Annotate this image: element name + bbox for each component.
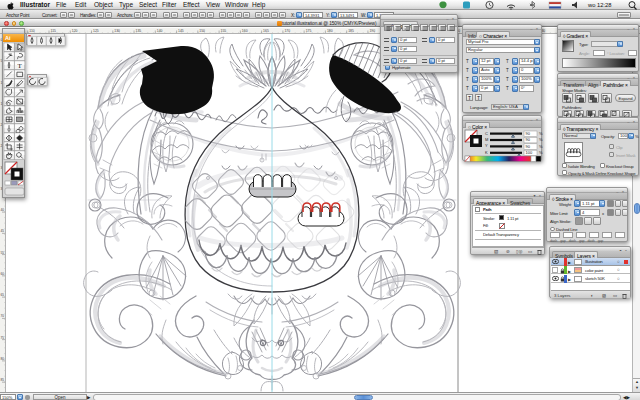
svg-text:120: 120 <box>72 29 78 33</box>
svg-text:85: 85 <box>1 378 5 382</box>
svg-text:M: M <box>485 137 488 142</box>
svg-text:145: 145 <box>178 29 184 33</box>
svg-text:125: 125 <box>93 29 99 33</box>
svg-text:90: 90 <box>526 144 531 149</box>
svg-text:40: 40 <box>1 208 5 212</box>
svg-text:90: 90 <box>526 137 531 142</box>
svg-text:%: % <box>539 131 543 136</box>
svg-text:70: 70 <box>1 314 5 318</box>
svg-text:55: 55 <box>1 251 5 255</box>
svg-text:155: 155 <box>221 29 227 33</box>
svg-text:180: 180 <box>327 29 333 33</box>
svg-text:Y: Y <box>485 143 488 148</box>
svg-text:%: % <box>539 144 543 149</box>
svg-text:150: 150 <box>199 29 205 33</box>
svg-text:%: % <box>539 137 543 142</box>
svg-text:140: 140 <box>157 29 163 33</box>
svg-text:60: 60 <box>1 272 5 276</box>
svg-text:45: 45 <box>1 229 5 233</box>
svg-text:%: % <box>539 150 543 155</box>
svg-text:160: 160 <box>242 29 248 33</box>
svg-text:170: 170 <box>284 29 290 33</box>
svg-text:190: 190 <box>369 29 375 33</box>
svg-text:90: 90 <box>526 131 531 136</box>
svg-text:185: 185 <box>348 29 354 33</box>
svg-text:65: 65 <box>1 293 5 297</box>
svg-text:130: 130 <box>114 29 120 33</box>
svg-text:C: C <box>485 131 488 136</box>
svg-text:T: T <box>17 62 22 70</box>
svg-text:175: 175 <box>306 29 312 33</box>
svg-text:80: 80 <box>1 357 5 361</box>
svg-text:K: K <box>485 150 488 155</box>
svg-text:165: 165 <box>263 29 269 33</box>
svg-text:135: 135 <box>136 29 142 33</box>
svg-text:75: 75 <box>1 336 5 340</box>
svg-text:100: 100 <box>526 150 533 155</box>
